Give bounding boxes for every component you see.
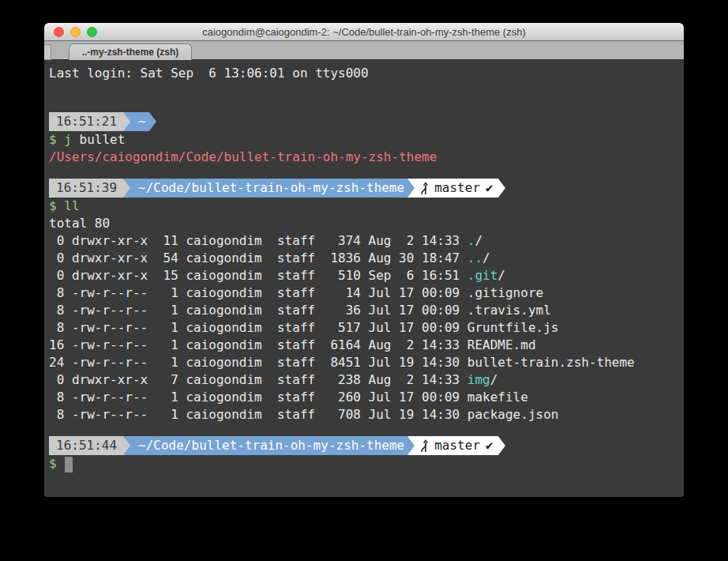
prompt-symbol: $: [49, 198, 57, 213]
tab-label: ..-my-zsh-theme (zsh): [82, 47, 179, 58]
prompt-git-segment: master✔: [415, 436, 497, 455]
git-branch-name: master: [434, 436, 480, 455]
file-name: .travis.yml: [467, 303, 551, 318]
command-line: $ ll: [49, 198, 684, 215]
listing-row: 0 drwxr-xr-x 11 caiogondim staff 374 Aug…: [49, 232, 684, 250]
input-line[interactable]: $: [49, 455, 684, 473]
listing-row: 8 -rw-r--r-- 1 caiogondim staff 36 Jul 1…: [49, 302, 684, 319]
file-meta: 0 drwxr-xr-x 11 caiogondim staff 374 Aug…: [49, 233, 467, 248]
tab-zsh[interactable]: ..-my-zsh-theme (zsh): [69, 43, 192, 60]
prompt-time-segment: 16:51:39: [49, 179, 123, 198]
listing-row: 0 drwxr-xr-x 15 caiogondim staff 510 Sep…: [49, 267, 684, 284]
prompt-dir-segment: ~/Code/bullet-train-oh-my-zsh-theme: [130, 436, 407, 455]
partial-tab-edge: [44, 44, 51, 60]
git-branch-icon: [418, 182, 429, 195]
git-branch-name: master: [434, 179, 480, 198]
file-meta: 0 drwxr-xr-x 15 caiogondim staff 510 Sep…: [49, 268, 467, 283]
powerline-arrow-icon: [498, 436, 505, 455]
title-bar[interactable]: caiogondim@caiogondim-2: ~/Code/bullet-t…: [44, 23, 684, 41]
minimize-button[interactable]: [70, 27, 81, 37]
listing-row: 8 -rw-r--r-- 1 caiogondim staff 14 Jul 1…: [49, 284, 684, 302]
prompt-symbol: $: [49, 132, 57, 147]
zoom-button[interactable]: [87, 27, 97, 37]
prompt-time-segment: 16:51:44: [49, 436, 123, 455]
spacing: [57, 456, 65, 471]
command-name: j: [64, 132, 72, 147]
window-title: caiogondim@caiogondim-2: ~/Code/bullet-t…: [202, 26, 526, 38]
file-name: package.json: [467, 407, 559, 422]
file-meta: 24 -rw-r--r-- 1 caiogondim staff 8451 Ju…: [49, 355, 467, 370]
listing-row: 0 drwxr-xr-x 7 caiogondim staff 238 Aug …: [49, 371, 684, 389]
prompt-symbol: $: [49, 456, 57, 471]
listing-row: 8 -rw-r--r-- 1 caiogondim staff 260 Jul …: [49, 389, 684, 406]
terminal-window: caiogondim@caiogondim-2: ~/Code/bullet-t…: [44, 23, 684, 497]
close-button[interactable]: [54, 27, 64, 37]
file-meta: 8 -rw-r--r-- 1 caiogondim staff 14 Jul 1…: [49, 285, 467, 300]
powerline-arrow-icon: [407, 179, 415, 198]
spacing: [57, 198, 65, 213]
listing-row: 8 -rw-r--r-- 1 caiogondim staff 708 Jul …: [49, 406, 684, 424]
git-clean-check-icon: ✔: [486, 179, 493, 198]
prompt-line: 16:51:39 ~/Code/bullet-train-oh-my-zsh-t…: [49, 179, 684, 198]
file-meta: 8 -rw-r--r-- 1 caiogondim staff 708 Jul …: [49, 407, 467, 422]
powerline-arrow-icon: [407, 436, 415, 455]
file-name: Gruntfile.js: [467, 320, 559, 335]
powerline-arrow-icon: [123, 112, 130, 131]
powerline-arrow-icon: [498, 179, 505, 198]
powerline-arrow-icon: [123, 179, 130, 198]
last-login-line: Last login: Sat Sep 6 13:06:01 on ttys00…: [49, 65, 684, 82]
dir-slash: /: [482, 250, 490, 265]
dir-slash: /: [475, 233, 482, 248]
dir-name: img: [467, 372, 490, 387]
listing-row: 16 -rw-r--r-- 1 caiogondim staff 6164 Au…: [49, 337, 684, 354]
blank-line: [49, 82, 684, 100]
file-meta: 16 -rw-r--r-- 1 caiogondim staff 6164 Au…: [49, 337, 467, 352]
file-name: README.md: [467, 337, 536, 352]
dir-name: .: [467, 233, 475, 248]
file-name: .gitignore: [467, 285, 543, 300]
file-meta: 8 -rw-r--r-- 1 caiogondim staff 260 Jul …: [49, 390, 467, 405]
command-args: bullet: [72, 132, 125, 147]
listing-row: 8 -rw-r--r-- 1 caiogondim staff 517 Jul …: [49, 319, 684, 337]
prompt-dir-segment: ~: [130, 112, 149, 131]
prompt-line: 16:51:21 ~: [49, 112, 684, 131]
dir-slash: /: [490, 372, 498, 387]
text-cursor: [65, 457, 73, 473]
prompt-dir-segment: ~/Code/bullet-train-oh-my-zsh-theme: [130, 179, 407, 198]
file-meta: 0 drwxr-xr-x 54 caiogondim staff 1836 Au…: [49, 250, 467, 265]
file-meta: 8 -rw-r--r-- 1 caiogondim staff 36 Jul 1…: [49, 303, 467, 318]
file-name: bullet-train.zsh-theme: [467, 355, 635, 370]
spacing: [57, 132, 65, 147]
prompt-git-segment: master✔: [415, 179, 497, 198]
tab-bar: ..-my-zsh-theme (zsh): [44, 41, 684, 60]
traffic-lights: [54, 27, 97, 37]
listing-row: 24 -rw-r--r-- 1 caiogondim staff 8451 Ju…: [49, 354, 684, 371]
powerline-arrow-icon: [149, 112, 156, 131]
file-meta: 8 -rw-r--r-- 1 caiogondim staff 517 Jul …: [49, 320, 467, 335]
command-line: $ j bullet: [49, 131, 684, 149]
jump-output-path: /Users/caiogondim/Code/bullet-train-oh-m…: [49, 149, 684, 166]
listing-row: 0 drwxr-xr-x 54 caiogondim staff 1836 Au…: [49, 250, 684, 267]
dir-slash: /: [497, 268, 505, 283]
git-clean-check-icon: ✔: [486, 436, 493, 455]
file-name: makefile: [467, 390, 528, 405]
file-meta: 0 drwxr-xr-x 7 caiogondim staff 238 Aug …: [49, 372, 467, 387]
powerline-arrow-icon: [123, 436, 130, 455]
prompt-time-segment: 16:51:21: [49, 112, 123, 131]
dir-name: .git: [467, 268, 498, 283]
terminal-screen[interactable]: Last login: Sat Sep 6 13:06:01 on ttys00…: [44, 61, 684, 497]
dir-name: ..: [467, 250, 482, 265]
listing-total: total 80: [49, 215, 684, 232]
command-name: ll: [64, 198, 79, 213]
prompt-line: 16:51:44 ~/Code/bullet-train-oh-my-zsh-t…: [49, 436, 684, 455]
git-branch-icon: [418, 439, 429, 453]
